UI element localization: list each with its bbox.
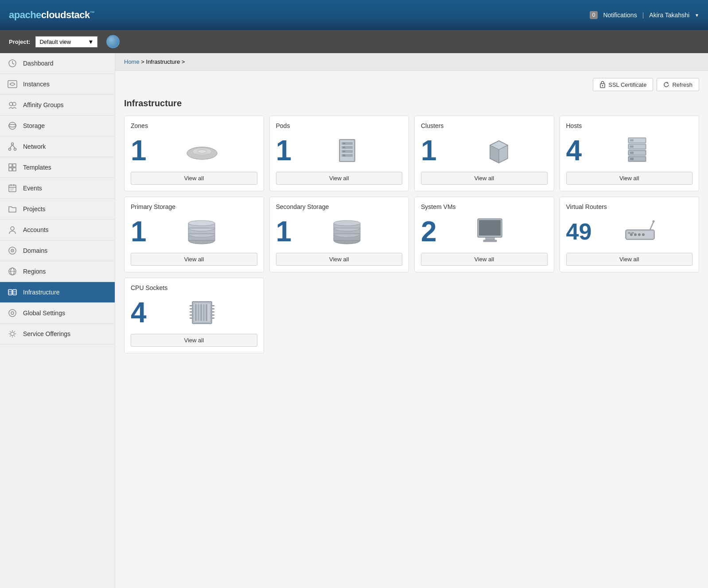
sidebar-label-service-offerings: Service Offerings bbox=[23, 330, 70, 337]
svg-rect-102 bbox=[190, 308, 192, 309]
clusters-view-all-button[interactable]: View all bbox=[421, 172, 548, 185]
card-hosts: Hosts 4 bbox=[560, 116, 700, 191]
svg-line-86 bbox=[650, 222, 654, 230]
app-logo: apachecloudstack™ bbox=[9, 9, 94, 21]
clusters-count: 1 bbox=[421, 136, 437, 165]
sidebar-item-projects[interactable]: Projects bbox=[0, 199, 115, 220]
svg-point-33 bbox=[602, 85, 603, 86]
card-body-system-vms: 2 bbox=[421, 214, 548, 249]
sidebar-item-service-offerings[interactable]: Service Offerings bbox=[0, 324, 115, 344]
card-cpu-sockets: CPU Sockets 4 bbox=[124, 278, 264, 353]
svg-point-89 bbox=[634, 233, 637, 236]
svg-rect-82 bbox=[486, 237, 494, 240]
sidebar-label-infrastructure: Infrastructure bbox=[23, 289, 59, 296]
svg-rect-107 bbox=[212, 308, 214, 309]
sidebar-item-storage[interactable]: Storage bbox=[0, 116, 115, 136]
primary-storage-view-all-button[interactable]: View all bbox=[131, 253, 257, 266]
svg-point-4 bbox=[9, 122, 16, 129]
svg-point-91 bbox=[642, 233, 645, 236]
pods-view-all-button[interactable]: View all bbox=[276, 172, 403, 185]
cpu-sockets-view-all-button[interactable]: View all bbox=[131, 334, 257, 347]
primary-storage-icon bbox=[183, 216, 221, 247]
sidebar-label-instances: Instances bbox=[23, 81, 50, 88]
svg-point-7 bbox=[9, 148, 11, 151]
infra-grid: Zones 1 View all bbox=[124, 116, 699, 353]
svg-rect-56 bbox=[630, 139, 634, 141]
header-right: 0 Notifications | Akira Takahshi ▼ bbox=[590, 11, 699, 19]
refresh-label: Refresh bbox=[672, 81, 692, 88]
card-title-primary-storage: Primary Storage bbox=[131, 203, 257, 210]
secondary-storage-count: 1 bbox=[276, 217, 292, 246]
svg-rect-92 bbox=[628, 232, 630, 234]
regions-icon bbox=[7, 266, 18, 277]
project-select[interactable]: Default view ▼ bbox=[35, 36, 97, 47]
sidebar-item-infrastructure[interactable]: Infrastructure bbox=[0, 282, 115, 303]
pods-icon bbox=[331, 134, 364, 167]
sidebar-item-domains[interactable]: Domains bbox=[0, 240, 115, 261]
globe-icon[interactable] bbox=[106, 35, 120, 48]
templates-icon bbox=[7, 162, 18, 173]
card-clusters: Clusters 1 bbox=[414, 116, 554, 191]
sidebar-item-events[interactable]: 17 Events bbox=[0, 178, 115, 199]
sidebar-item-affinity-groups[interactable]: Affinity Groups bbox=[0, 95, 115, 116]
primary-storage-icon-area bbox=[147, 216, 257, 247]
accounts-icon bbox=[7, 224, 18, 235]
sidebar-label-dashboard: Dashboard bbox=[23, 60, 54, 67]
svg-rect-14 bbox=[13, 168, 16, 171]
system-vms-view-all-button[interactable]: View all bbox=[421, 253, 548, 266]
card-title-cpu-sockets: CPU Sockets bbox=[131, 284, 257, 291]
card-title-secondary-storage: Secondary Storage bbox=[276, 203, 403, 210]
user-dropdown-icon[interactable]: ▼ bbox=[695, 13, 699, 18]
svg-point-37 bbox=[198, 150, 206, 153]
svg-rect-110 bbox=[212, 317, 214, 319]
sidebar-label-templates: Templates bbox=[23, 164, 51, 171]
virtual-routers-view-all-button[interactable]: View all bbox=[566, 253, 693, 266]
sidebar-item-regions[interactable]: Regions bbox=[0, 261, 115, 282]
zones-view-all-button[interactable]: View all bbox=[131, 172, 257, 185]
svg-rect-44 bbox=[343, 143, 345, 144]
breadcrumb-home[interactable]: Home bbox=[124, 58, 140, 65]
cpu-sockets-count: 4 bbox=[131, 298, 147, 327]
card-body-zones: 1 bbox=[131, 133, 257, 168]
notifications-label[interactable]: Notifications bbox=[603, 12, 637, 19]
svg-rect-83 bbox=[483, 240, 497, 242]
svg-rect-106 bbox=[212, 305, 214, 306]
svg-text:17: 17 bbox=[10, 188, 14, 191]
user-name[interactable]: Akira Takahshi bbox=[649, 12, 689, 19]
hosts-view-all-button[interactable]: View all bbox=[566, 172, 693, 185]
card-pods: Pods 1 bbox=[269, 116, 409, 191]
infrastructure-icon bbox=[7, 287, 18, 298]
global-settings-icon bbox=[7, 308, 18, 318]
refresh-button[interactable]: Refresh bbox=[657, 78, 699, 91]
breadcrumb-sep2: > bbox=[182, 58, 185, 65]
sidebar-item-instances[interactable]: Instances bbox=[0, 74, 115, 95]
card-title-pods: Pods bbox=[276, 122, 403, 129]
ssl-certificate-button[interactable]: SSL Certificate bbox=[593, 78, 653, 91]
system-vms-icon-area bbox=[437, 215, 548, 248]
breadcrumb: Home > Infrastructure > bbox=[115, 53, 708, 71]
sidebar-item-accounts[interactable]: Accounts bbox=[0, 220, 115, 240]
card-virtual-routers: Virtual Routers 49 bbox=[560, 197, 700, 272]
zones-count: 1 bbox=[131, 136, 147, 165]
secondary-storage-view-all-button[interactable]: View all bbox=[276, 253, 403, 266]
project-value: Default view bbox=[39, 39, 71, 45]
sidebar-item-global-settings[interactable]: Global Settings bbox=[0, 303, 115, 324]
card-body-clusters: 1 bbox=[421, 133, 548, 168]
svg-point-87 bbox=[652, 220, 654, 222]
toolbar: SSL Certificate Refresh bbox=[124, 78, 699, 91]
sidebar-item-templates[interactable]: Templates bbox=[0, 157, 115, 178]
svg-line-9 bbox=[10, 145, 12, 148]
svg-rect-96 bbox=[195, 304, 197, 321]
card-body-primary-storage: 1 bbox=[131, 214, 257, 249]
page-title: Infrastructure bbox=[124, 98, 699, 108]
sidebar-label-domains: Domains bbox=[23, 247, 47, 254]
svg-point-8 bbox=[14, 148, 16, 151]
svg-point-31 bbox=[11, 332, 14, 336]
sidebar-label-accounts: Accounts bbox=[23, 226, 49, 233]
sidebar-item-network[interactable]: Network bbox=[0, 136, 115, 157]
storage-icon bbox=[7, 120, 18, 131]
svg-rect-103 bbox=[190, 311, 192, 313]
refresh-icon bbox=[663, 81, 669, 88]
sidebar-item-dashboard[interactable]: Dashboard bbox=[0, 53, 115, 74]
svg-rect-99 bbox=[203, 304, 205, 321]
